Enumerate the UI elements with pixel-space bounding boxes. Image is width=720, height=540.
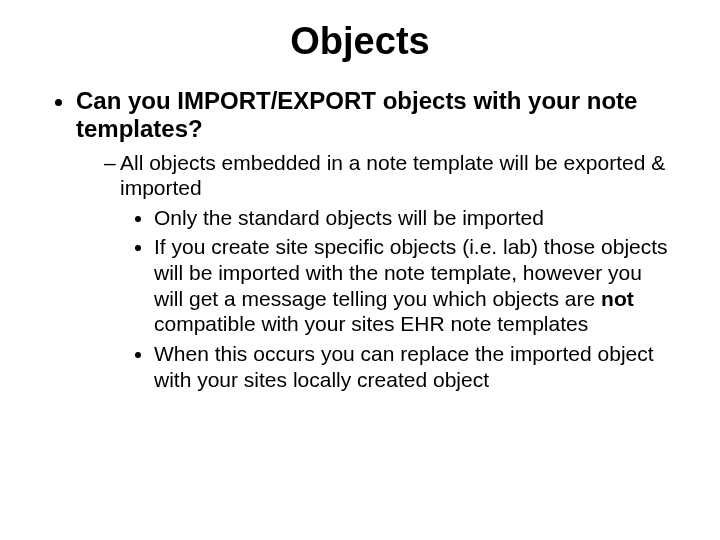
bullet-list-level2: All objects embedded in a note template … xyxy=(76,150,670,392)
subsub3-text: When this occurs you can replace the imp… xyxy=(154,342,654,391)
subsub2-bold-text: not xyxy=(601,287,634,310)
subsub1-text: Only the standard objects will be import… xyxy=(154,206,544,229)
list-item: Only the standard objects will be import… xyxy=(154,205,670,231)
bullet1-text: Can you IMPORT/EXPORT objects with your … xyxy=(76,87,637,142)
bullet-list-level3: Only the standard objects will be import… xyxy=(120,205,670,392)
list-item: Can you IMPORT/EXPORT objects with your … xyxy=(76,87,670,392)
slide: Objects Can you IMPORT/EXPORT objects wi… xyxy=(0,0,720,540)
slide-title: Objects xyxy=(50,20,670,63)
subsub2-post-text: compatible with your sites EHR note temp… xyxy=(154,312,588,335)
list-item: If you create site specific objects (i.e… xyxy=(154,234,670,336)
bullet-list-level1: Can you IMPORT/EXPORT objects with your … xyxy=(50,87,670,392)
subsub2-pre-text: If you create site specific objects (i.e… xyxy=(154,235,668,309)
list-item: When this occurs you can replace the imp… xyxy=(154,341,670,392)
list-item: All objects embedded in a note template … xyxy=(104,150,670,392)
sub1-text: All objects embedded in a note template … xyxy=(120,151,665,200)
